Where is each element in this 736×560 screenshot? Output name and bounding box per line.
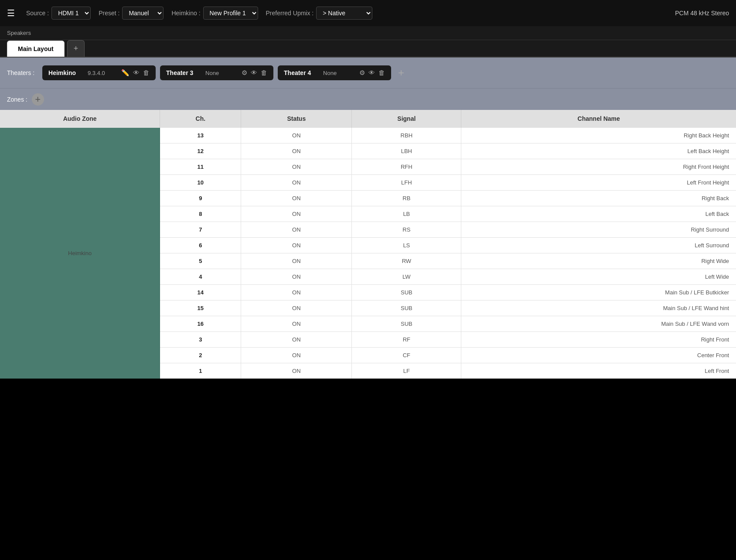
heimkino-select[interactable]: New Profile 1 Profile 2 xyxy=(203,7,258,20)
signal-cell: RB xyxy=(352,191,461,206)
ch-cell: 12 xyxy=(160,143,241,159)
ch-cell: 15 xyxy=(160,300,241,316)
theater-item-heimkino[interactable]: Heimkino 9.3.4.0 ✏️ 👁 🗑 xyxy=(42,65,156,80)
theater-item-theater4[interactable]: Theater 4 None ⚙ 👁 🗑 xyxy=(278,65,391,80)
status-cell: ON xyxy=(241,316,352,332)
signal-cell: CF xyxy=(352,348,461,363)
channel-name-cell: Left Back xyxy=(461,206,736,222)
preset-label: Preset : xyxy=(99,10,119,17)
status-cell: ON xyxy=(241,332,352,348)
eye-icon[interactable]: 👁 xyxy=(251,69,257,77)
channel-name-cell: Right Surround xyxy=(461,222,736,238)
theater-name-heimkino: Heimkino xyxy=(48,69,83,76)
col-status: Status xyxy=(241,110,352,128)
delete-icon[interactable]: 🗑 xyxy=(261,69,267,77)
status-cell: ON xyxy=(241,285,352,300)
ch-cell: 3 xyxy=(160,332,241,348)
add-tab-button[interactable]: + xyxy=(67,40,85,57)
status-cell: ON xyxy=(241,238,352,253)
audio-zone-cell: Heimkino xyxy=(0,128,160,379)
col-channel-name: Channel Name xyxy=(461,110,736,128)
menu-icon[interactable]: ☰ xyxy=(7,8,15,18)
signal-cell: LFH xyxy=(352,175,461,191)
ch-cell: 2 xyxy=(160,348,241,363)
delete-icon[interactable]: 🗑 xyxy=(143,69,150,77)
channel-table: Audio Zone Ch. Status Signal Channel Nam… xyxy=(0,110,736,379)
theaters-label: Theaters : xyxy=(7,69,34,76)
ch-cell: 1 xyxy=(160,363,241,379)
status-cell: ON xyxy=(241,348,352,363)
theaters-section: Theaters : Heimkino 9.3.4.0 ✏️ 👁 🗑 Theat… xyxy=(0,58,736,88)
theater-config-theater3: None xyxy=(205,70,232,76)
pcm-label: PCM 48 kHz Stereo xyxy=(675,10,729,17)
status-cell: ON xyxy=(241,143,352,159)
channel-name-cell: Center Front xyxy=(461,348,736,363)
channel-name-cell: Right Wide xyxy=(461,253,736,269)
ch-cell: 14 xyxy=(160,285,241,300)
theater-icons-theater3: ⚙ 👁 🗑 xyxy=(242,69,267,77)
preset-group: Preset : Manuel Preset 1 xyxy=(99,7,164,20)
upmix-select[interactable]: > Native DTS Neural:X xyxy=(316,7,372,20)
theater-config-theater4: None xyxy=(323,70,349,76)
col-signal: Signal xyxy=(352,110,461,128)
signal-cell: LS xyxy=(352,238,461,253)
table-header-row: Audio Zone Ch. Status Signal Channel Nam… xyxy=(0,110,736,128)
ch-cell: 5 xyxy=(160,253,241,269)
status-cell: ON xyxy=(241,206,352,222)
signal-cell: LBH xyxy=(352,143,461,159)
theater-name-theater4: Theater 4 xyxy=(284,69,319,76)
eye-icon[interactable]: 👁 xyxy=(133,69,140,77)
ch-cell: 4 xyxy=(160,269,241,285)
channel-name-cell: Left Wide xyxy=(461,269,736,285)
eye-icon[interactable]: 👁 xyxy=(368,69,375,77)
signal-cell: RFH xyxy=(352,159,461,175)
preset-select[interactable]: Manuel Preset 1 xyxy=(122,7,164,20)
ch-cell: 10 xyxy=(160,175,241,191)
add-theater-button[interactable]: + xyxy=(395,64,407,82)
ch-cell: 13 xyxy=(160,128,241,143)
signal-cell: LW xyxy=(352,269,461,285)
signal-cell: RW xyxy=(352,253,461,269)
channel-name-cell: Left Front Height xyxy=(461,175,736,191)
signal-cell: SUB xyxy=(352,316,461,332)
status-cell: ON xyxy=(241,191,352,206)
ch-cell: 11 xyxy=(160,159,241,175)
signal-cell: LB xyxy=(352,206,461,222)
status-cell: ON xyxy=(241,300,352,316)
theater-config-heimkino: 9.3.4.0 xyxy=(88,70,114,76)
channel-name-cell: Left Surround xyxy=(461,238,736,253)
topbar: ☰ Source : HDMI 1 HDMI 2 HDMI 3 Preset :… xyxy=(0,0,736,26)
settings-icon[interactable]: ⚙ xyxy=(242,69,247,77)
channel-name-cell: Right Back Height xyxy=(461,128,736,143)
signal-cell: RBH xyxy=(352,128,461,143)
add-zone-button[interactable]: + xyxy=(32,93,44,106)
heimkino-group: Heimkino : New Profile 1 Profile 2 xyxy=(171,7,258,20)
table-row: Heimkino13ONRBHRight Back Height xyxy=(0,128,736,143)
edit-icon[interactable]: ✏️ xyxy=(121,69,129,77)
theater-icons-theater4: ⚙ 👁 🗑 xyxy=(359,69,385,77)
signal-cell: SUB xyxy=(352,300,461,316)
signal-cell: RS xyxy=(352,222,461,238)
zones-label: Zones : xyxy=(7,96,27,103)
status-cell: ON xyxy=(241,363,352,379)
status-cell: ON xyxy=(241,175,352,191)
ch-cell: 16 xyxy=(160,316,241,332)
channel-name-cell: Main Sub / LFE Butkicker xyxy=(461,285,736,300)
tabs-bar: Main Layout + xyxy=(0,40,736,58)
main-content: Audio Zone Ch. Status Signal Channel Nam… xyxy=(0,110,736,379)
signal-cell: SUB xyxy=(352,285,461,300)
settings-icon[interactable]: ⚙ xyxy=(359,69,365,77)
main-layout-tab[interactable]: Main Layout xyxy=(7,41,65,57)
status-cell: ON xyxy=(241,128,352,143)
delete-icon[interactable]: 🗑 xyxy=(378,69,385,77)
signal-cell: LF xyxy=(352,363,461,379)
channel-name-cell: Left Back Height xyxy=(461,143,736,159)
theater-item-theater3[interactable]: Theater 3 None ⚙ 👁 🗑 xyxy=(160,65,273,80)
channel-name-cell: Left Front xyxy=(461,363,736,379)
ch-cell: 6 xyxy=(160,238,241,253)
channel-name-cell: Main Sub / LFE Wand vorn xyxy=(461,316,736,332)
col-ch: Ch. xyxy=(160,110,241,128)
col-audio-zone: Audio Zone xyxy=(0,110,160,128)
channel-name-cell: Right Back xyxy=(461,191,736,206)
source-select[interactable]: HDMI 1 HDMI 2 HDMI 3 xyxy=(51,7,91,20)
